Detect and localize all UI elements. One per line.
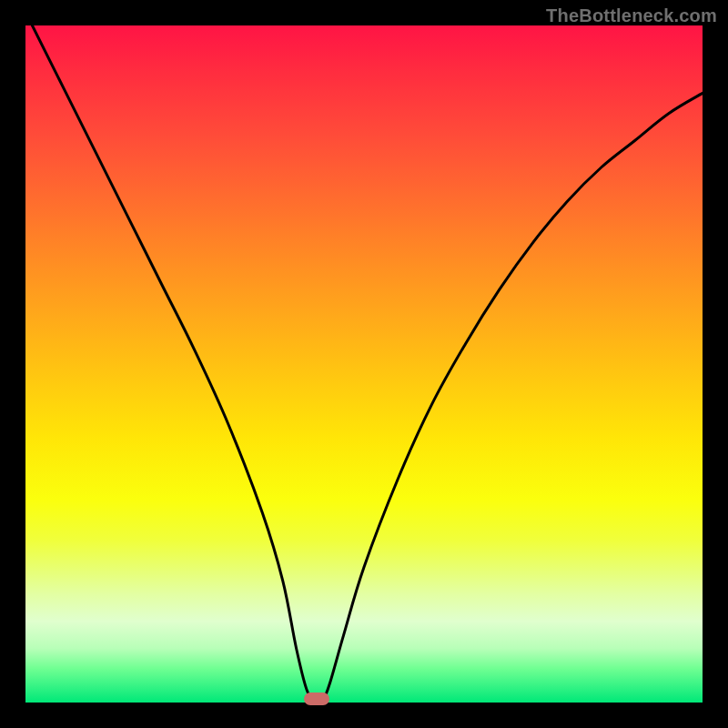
optimum-marker xyxy=(304,693,329,705)
watermark-text: TheBottleneck.com xyxy=(546,5,717,26)
bottleneck-curve xyxy=(25,25,703,703)
plot-area xyxy=(25,25,703,703)
chart-root: TheBottleneck.com xyxy=(0,0,728,728)
